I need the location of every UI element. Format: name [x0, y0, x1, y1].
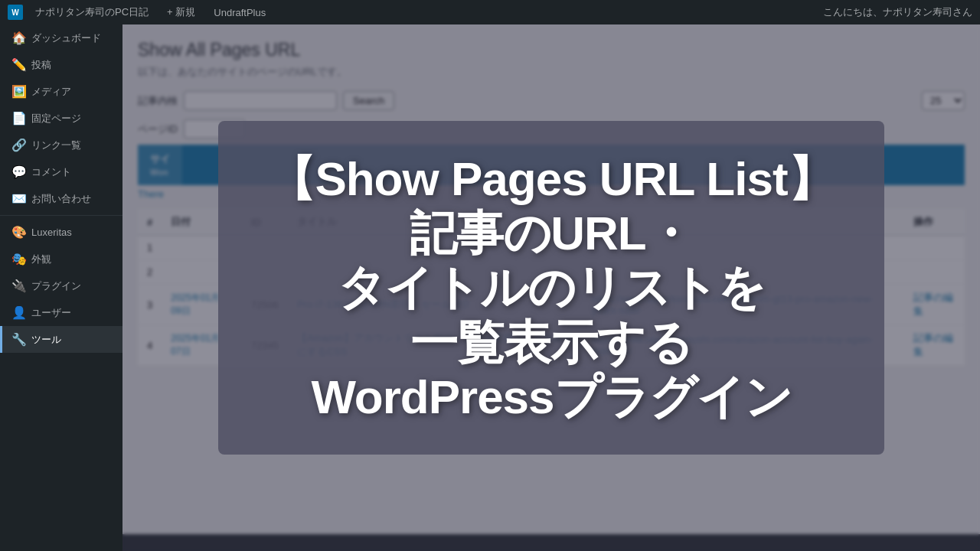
sidebar-item-label: コメント — [31, 165, 71, 179]
pages-icon: 📄 — [11, 111, 25, 126]
media-icon: 🖼️ — [11, 84, 25, 99]
admin-bar-site-name: ナポリタン寿司のPC日記 — [35, 5, 149, 19]
overlay-line2: 記事のURL・ — [256, 206, 846, 260]
sidebar-item-luxeritas[interactable]: 🎨 Luxeritas — [0, 219, 122, 246]
sidebar-item-contact[interactable]: ✉️ お問い合わせ — [0, 185, 122, 212]
overlay-line5: WordPressプラグイン — [256, 370, 846, 424]
sidebar: 🏠 ダッシュボード ✏️ 投稿 🖼️ メディア 📄 固定ページ 🔗 リンク一覧 … — [0, 24, 122, 551]
wp-logo[interactable]: W — [8, 5, 23, 20]
sidebar-item-label: メディア — [31, 85, 71, 99]
sidebar-item-label: リンク一覧 — [31, 139, 81, 152]
overlay-line3: タイトルのリストを — [256, 260, 846, 315]
sidebar-divider — [0, 215, 122, 216]
posts-icon: ✏️ — [11, 57, 25, 72]
overlay-line4: 一覧表示する — [256, 315, 846, 370]
plugins-icon: 🔌 — [11, 279, 25, 293]
links-icon: 🔗 — [11, 138, 25, 152]
sidebar-item-media[interactable]: 🖼️ メディア — [0, 78, 122, 105]
overlay-line1: 【Show Pages URL List】 — [256, 152, 846, 206]
overlay-card: 【Show Pages URL List】 記事のURL・ タイトルのリストを … — [218, 121, 884, 455]
admin-bar-plugin[interactable]: UndraftPlus — [207, 0, 272, 24]
sidebar-item-label: 投稿 — [31, 58, 51, 72]
users-icon: 👤 — [11, 305, 25, 320]
sidebar-item-pages[interactable]: 📄 固定ページ — [0, 105, 122, 132]
appearance-icon: 🎭 — [11, 252, 25, 266]
tools-icon: 🔧 — [11, 332, 25, 347]
sidebar-item-links[interactable]: 🔗 リンク一覧 — [0, 132, 122, 158]
sidebar-item-label: お問い合わせ — [31, 192, 91, 206]
sidebar-item-label: 外観 — [31, 253, 51, 266]
sidebar-item-label: ツール — [31, 333, 61, 347]
luxeritas-icon: 🎨 — [11, 225, 25, 240]
admin-bar: W ナポリタン寿司のPC日記 + 新規 UndraftPlus こんにちは、ナポ… — [0, 0, 980, 24]
sidebar-item-label: Luxeritas — [31, 227, 72, 238]
sidebar-item-label: ダッシュボード — [31, 31, 101, 45]
admin-bar-new[interactable]: + 新規 — [161, 0, 201, 24]
admin-bar-greeting-text: こんにちは、ナポリタン寿司さん — [823, 5, 972, 19]
sidebar-item-dashboard[interactable]: 🏠 ダッシュボード — [0, 24, 122, 51]
admin-bar-plugin-label: UndraftPlus — [214, 7, 266, 18]
admin-bar-site[interactable]: ナポリタン寿司のPC日記 — [29, 0, 155, 24]
dashboard-icon: 🏠 — [11, 31, 25, 45]
overlay-title: 【Show Pages URL List】 記事のURL・ タイトルのリストを … — [256, 152, 846, 424]
sidebar-item-label: ユーザー — [31, 306, 71, 320]
contact-icon: ✉️ — [11, 191, 25, 206]
sidebar-item-comments[interactable]: 💬 コメント — [0, 158, 122, 185]
sidebar-item-label: プラグイン — [31, 279, 81, 293]
admin-bar-new-label: + 新規 — [167, 5, 195, 19]
overlay: 【Show Pages URL List】 記事のURL・ タイトルのリストを … — [122, 24, 980, 551]
admin-bar-greeting: こんにちは、ナポリタン寿司さん — [823, 5, 972, 19]
comments-icon: 💬 — [11, 165, 25, 179]
sidebar-item-label: 固定ページ — [31, 112, 81, 126]
sidebar-item-users[interactable]: 👤 ユーザー — [0, 299, 122, 326]
sidebar-item-appearance[interactable]: 🎭 外観 — [0, 246, 122, 272]
sidebar-item-tools[interactable]: 🔧 ツール — [0, 326, 122, 353]
sidebar-item-plugins[interactable]: 🔌 プラグイン — [0, 272, 122, 299]
main-content: Show All Pages URL 以下は、あなたのサイトのページのURLです… — [122, 24, 980, 551]
sidebar-item-posts[interactable]: ✏️ 投稿 — [0, 51, 122, 78]
